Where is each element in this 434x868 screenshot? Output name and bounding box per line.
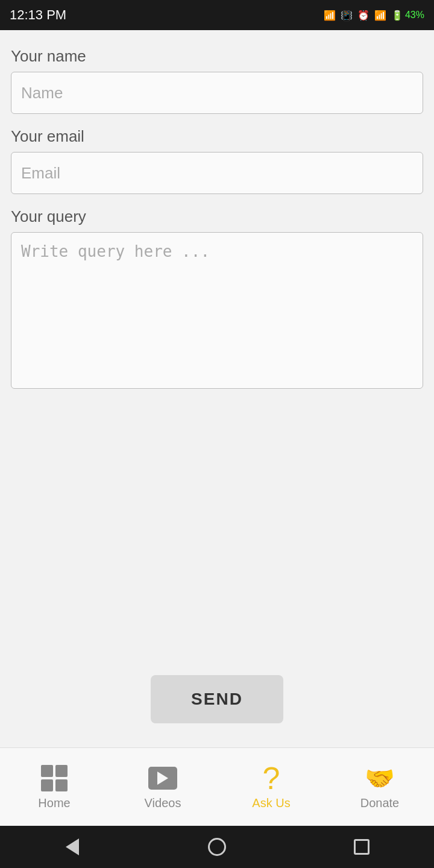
vibrate-icon: 📳 [341,10,353,21]
status-icons: 📶 📳 ⏰ 📶 🔋 43% [324,10,424,21]
nav-item-donate[interactable]: 🤝 Donate [326,764,434,810]
nav-label-videos: Videos [145,796,181,810]
videos-icon [148,764,177,793]
email-input[interactable] [11,152,423,194]
send-button[interactable]: SEND [151,675,283,723]
query-label: Your query [11,207,423,226]
back-button[interactable] [60,835,84,859]
status-bar: 12:13 PM 📶 📳 ⏰ 📶 🔋 43% [0,0,434,30]
main-content: Your name Your email Your query SEND [0,30,434,747]
signal-icon: 📶 [374,10,386,21]
nav-item-ask-us[interactable]: ? Ask Us [217,764,326,810]
status-time: 12:13 PM [10,7,66,23]
home-button[interactable] [205,835,229,859]
nav-item-home[interactable]: Home [0,764,108,810]
clock-icon: ⏰ [357,10,370,21]
nav-label-donate: Donate [360,796,400,810]
ask-us-icon: ? [257,764,286,793]
nav-item-videos[interactable]: Videos [108,764,217,810]
donate-icon: 🤝 [365,764,394,793]
recents-button[interactable] [350,835,374,859]
name-label: Your name [11,47,423,66]
home-icon [40,764,69,793]
email-label: Your email [11,127,423,146]
wifi-icon: 📶 [324,10,336,21]
nav-label-ask-us: Ask Us [252,796,290,810]
nav-label-home: Home [38,796,70,810]
query-input[interactable] [11,232,423,389]
battery-icon: 🔋 43% [391,10,424,21]
bottom-nav: Home Videos ? Ask Us 🤝 Donate [0,747,434,826]
android-nav-bar [0,826,434,868]
name-input[interactable] [11,72,423,114]
